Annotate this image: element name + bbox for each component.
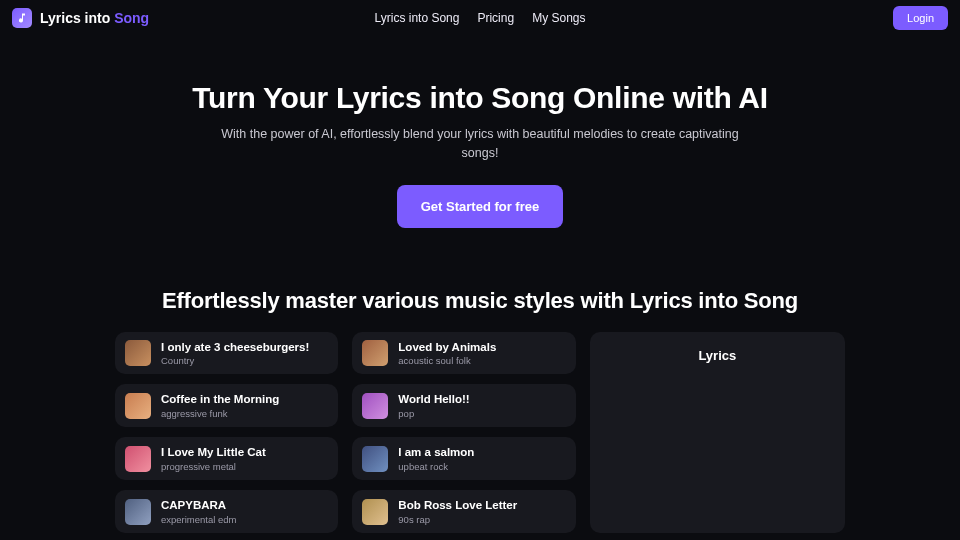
song-style: 90s rap: [398, 514, 517, 525]
song-style: experimental edm: [161, 514, 237, 525]
song-card[interactable]: Loved by Animals acoustic soul folk: [352, 332, 575, 375]
song-title: Coffee in the Morning: [161, 392, 279, 407]
song-info: CAPYBARA experimental edm: [161, 498, 237, 525]
song-style: pop: [398, 408, 469, 419]
song-title: Loved by Animals: [398, 340, 496, 355]
song-style: Country: [161, 355, 309, 366]
music-note-icon: [12, 8, 32, 28]
song-card[interactable]: Bob Ross Love Letter 90s rap: [352, 490, 575, 533]
logo-prefix: Lyrics into: [40, 10, 114, 26]
header: Lyrics into Song Lyrics into Song Pricin…: [0, 0, 960, 36]
nav-pricing[interactable]: Pricing: [477, 11, 514, 25]
styles-grid: I only ate 3 cheeseburgers! Country Coff…: [0, 332, 960, 534]
logo[interactable]: Lyrics into Song: [12, 8, 149, 28]
song-info: I only ate 3 cheeseburgers! Country: [161, 340, 309, 367]
song-style: acoustic soul folk: [398, 355, 496, 366]
nav-lyrics-into-song[interactable]: Lyrics into Song: [375, 11, 460, 25]
song-thumbnail: [362, 340, 388, 366]
song-thumbnail: [125, 340, 151, 366]
song-title: CAPYBARA: [161, 498, 237, 513]
song-card[interactable]: I Love My Little Cat progressive metal: [115, 437, 338, 480]
song-style: progressive metal: [161, 461, 266, 472]
song-card[interactable]: CAPYBARA experimental edm: [115, 490, 338, 533]
song-info: Coffee in the Morning aggressive funk: [161, 392, 279, 419]
song-info: Bob Ross Love Letter 90s rap: [398, 498, 517, 525]
song-style: upbeat rock: [398, 461, 474, 472]
song-column-right: Loved by Animals acoustic soul folk Worl…: [352, 332, 575, 534]
song-title: I Love My Little Cat: [161, 445, 266, 460]
hero-title: Turn Your Lyrics into Song Online with A…: [20, 81, 940, 115]
song-card[interactable]: I am a salmon upbeat rock: [352, 437, 575, 480]
song-info: I Love My Little Cat progressive metal: [161, 445, 266, 472]
get-started-button[interactable]: Get Started for free: [397, 185, 563, 228]
song-column-left: I only ate 3 cheeseburgers! Country Coff…: [115, 332, 338, 534]
song-title: World Hello!!: [398, 392, 469, 407]
hero-subtitle: With the power of AI, effortlessly blend…: [220, 125, 740, 163]
song-thumbnail: [125, 499, 151, 525]
song-title: I am a salmon: [398, 445, 474, 460]
song-thumbnail: [362, 499, 388, 525]
section-title: Effortlessly master various music styles…: [0, 288, 960, 314]
song-card[interactable]: I only ate 3 cheeseburgers! Country: [115, 332, 338, 375]
logo-accent: Song: [114, 10, 149, 26]
song-info: I am a salmon upbeat rock: [398, 445, 474, 472]
lyrics-heading: Lyrics: [606, 348, 829, 363]
song-thumbnail: [362, 446, 388, 472]
song-info: Loved by Animals acoustic soul folk: [398, 340, 496, 367]
nav-center: Lyrics into Song Pricing My Songs: [375, 11, 586, 25]
song-card[interactable]: World Hello!! pop: [352, 384, 575, 427]
hero: Turn Your Lyrics into Song Online with A…: [0, 36, 960, 258]
song-info: World Hello!! pop: [398, 392, 469, 419]
lyrics-panel: Lyrics: [590, 332, 845, 534]
logo-text: Lyrics into Song: [40, 10, 149, 26]
login-button[interactable]: Login: [893, 6, 948, 30]
song-thumbnail: [125, 446, 151, 472]
song-thumbnail: [362, 393, 388, 419]
song-title: I only ate 3 cheeseburgers!: [161, 340, 309, 355]
nav-my-songs[interactable]: My Songs: [532, 11, 585, 25]
song-title: Bob Ross Love Letter: [398, 498, 517, 513]
song-style: aggressive funk: [161, 408, 279, 419]
song-thumbnail: [125, 393, 151, 419]
song-card[interactable]: Coffee in the Morning aggressive funk: [115, 384, 338, 427]
